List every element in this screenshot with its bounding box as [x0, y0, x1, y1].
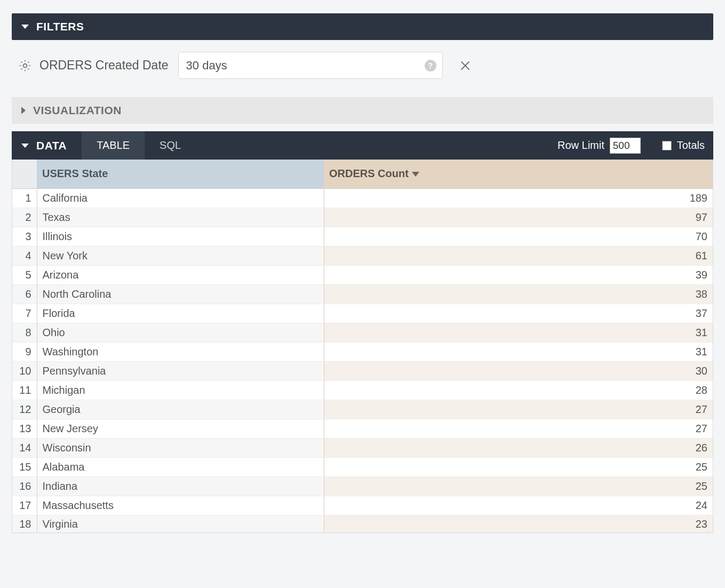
data-toggle-bar: DATA TABLE SQL Row Limit Totals	[12, 131, 713, 160]
row-number: 16	[12, 476, 37, 496]
data-title[interactable]: DATA	[36, 139, 67, 152]
tab-table-label: TABLE	[97, 139, 130, 152]
cell-count[interactable]: 24	[324, 496, 713, 515]
cell-state[interactable]: Pennsylvania	[37, 361, 324, 380]
column-header-count-label: ORDERS Count	[329, 168, 409, 179]
table-row[interactable]: 10Pennsylvania30	[12, 361, 713, 380]
cell-state[interactable]: Alabama	[37, 457, 324, 476]
cell-count[interactable]: 27	[324, 419, 713, 438]
cell-count[interactable]: 26	[324, 438, 713, 457]
cell-count[interactable]: 37	[324, 304, 713, 323]
cell-state[interactable]: Michigan	[37, 380, 324, 400]
row-number: 7	[12, 304, 37, 323]
row-number: 13	[12, 419, 37, 438]
cell-state[interactable]: Indiana	[37, 476, 324, 496]
cell-state[interactable]: Wisconsin	[37, 438, 324, 457]
filter-row: ORDERS Created Date ?	[12, 40, 713, 93]
tab-table[interactable]: TABLE	[82, 131, 145, 160]
data-tabs: TABLE SQL	[82, 131, 196, 160]
cell-count[interactable]: 23	[324, 515, 713, 533]
cell-state[interactable]: Texas	[37, 208, 324, 227]
tab-sql-label: SQL	[160, 139, 181, 152]
table-row[interactable]: 17Massachusetts24	[12, 496, 713, 515]
filters-toggle[interactable]: FILTERS	[12, 13, 713, 40]
sort-desc-icon	[412, 172, 419, 177]
table-row[interactable]: 1California189	[12, 188, 713, 208]
column-header-rownum	[12, 160, 37, 188]
row-number: 14	[12, 438, 37, 457]
cell-state[interactable]: Virginia	[37, 515, 324, 533]
cell-count[interactable]: 70	[324, 227, 713, 246]
visualization-toggle[interactable]: VISUALIZATION	[12, 97, 713, 124]
results-table: USERS State ORDERS Count 1California1892…	[12, 160, 713, 533]
row-number: 18	[12, 515, 37, 533]
row-number: 5	[12, 265, 37, 284]
row-number: 12	[12, 400, 37, 419]
filters-title: FILTERS	[36, 20, 84, 33]
svg-point-0	[23, 63, 27, 67]
cell-count[interactable]: 25	[324, 476, 713, 496]
table-row[interactable]: 9Washington31	[12, 342, 713, 361]
column-header-state[interactable]: USERS State	[37, 160, 324, 188]
cell-state[interactable]: Washington	[37, 342, 324, 361]
row-number: 1	[12, 188, 37, 208]
cell-count[interactable]: 61	[324, 246, 713, 265]
cell-state[interactable]: Arizona	[37, 265, 324, 284]
caret-down-icon	[21, 25, 29, 29]
cell-count[interactable]: 28	[324, 380, 713, 400]
row-number: 6	[12, 284, 37, 304]
table-row[interactable]: 4New York61	[12, 246, 713, 265]
table-row[interactable]: 18Virginia23	[12, 515, 713, 533]
cell-state[interactable]: North Carolina	[37, 284, 324, 304]
cell-count[interactable]: 31	[324, 323, 713, 342]
totals-label: Totals	[677, 139, 705, 152]
row-number: 10	[12, 361, 37, 380]
cell-count[interactable]: 39	[324, 265, 713, 284]
column-header-state-label: USERS State	[42, 168, 108, 179]
cell-count[interactable]: 97	[324, 208, 713, 227]
cell-count[interactable]: 30	[324, 361, 713, 380]
row-number: 2	[12, 208, 37, 227]
table-row[interactable]: 13New Jersey27	[12, 419, 713, 438]
tab-sql[interactable]: SQL	[145, 131, 196, 160]
caret-down-icon[interactable]	[21, 144, 29, 148]
cell-state[interactable]: Ohio	[37, 323, 324, 342]
table-row[interactable]: 16Indiana25	[12, 476, 713, 496]
row-limit-input[interactable]	[610, 138, 641, 154]
cell-state[interactable]: California	[37, 188, 324, 208]
column-header-count[interactable]: ORDERS Count	[324, 160, 713, 188]
table-row[interactable]: 2Texas97	[12, 208, 713, 227]
table-row[interactable]: 5Arizona39	[12, 265, 713, 284]
help-icon[interactable]: ?	[425, 60, 436, 71]
cell-count[interactable]: 27	[324, 400, 713, 419]
row-number: 9	[12, 342, 37, 361]
cell-count[interactable]: 31	[324, 342, 713, 361]
caret-right-icon	[21, 107, 26, 114]
table-row[interactable]: 12Georgia27	[12, 400, 713, 419]
filter-label: ORDERS Created Date	[39, 58, 169, 73]
table-row[interactable]: 6North Carolina38	[12, 284, 713, 304]
cell-count[interactable]: 38	[324, 284, 713, 304]
cell-state[interactable]: Florida	[37, 304, 324, 323]
cell-state[interactable]: Georgia	[37, 400, 324, 419]
table-row[interactable]: 8Ohio31	[12, 323, 713, 342]
totals-checkbox[interactable]	[662, 141, 672, 150]
cell-state[interactable]: Massachusetts	[37, 496, 324, 515]
cell-state[interactable]: Illinois	[37, 227, 324, 246]
remove-filter-button[interactable]	[459, 59, 472, 72]
table-row[interactable]: 11Michigan28	[12, 380, 713, 400]
table-row[interactable]: 15Alabama25	[12, 457, 713, 476]
row-number: 8	[12, 323, 37, 342]
cell-count[interactable]: 189	[324, 188, 713, 208]
cell-count[interactable]: 25	[324, 457, 713, 476]
filter-value-input[interactable]	[178, 52, 443, 79]
table-row[interactable]: 7Florida37	[12, 304, 713, 323]
table-row[interactable]: 3Illinois70	[12, 227, 713, 246]
gear-icon[interactable]	[18, 59, 32, 73]
row-limit-label: Row Limit	[557, 139, 604, 152]
table-row[interactable]: 14Wisconsin26	[12, 438, 713, 457]
cell-state[interactable]: New York	[37, 246, 324, 265]
row-number: 3	[12, 227, 37, 246]
visualization-title: VISUALIZATION	[33, 104, 122, 117]
cell-state[interactable]: New Jersey	[37, 419, 324, 438]
